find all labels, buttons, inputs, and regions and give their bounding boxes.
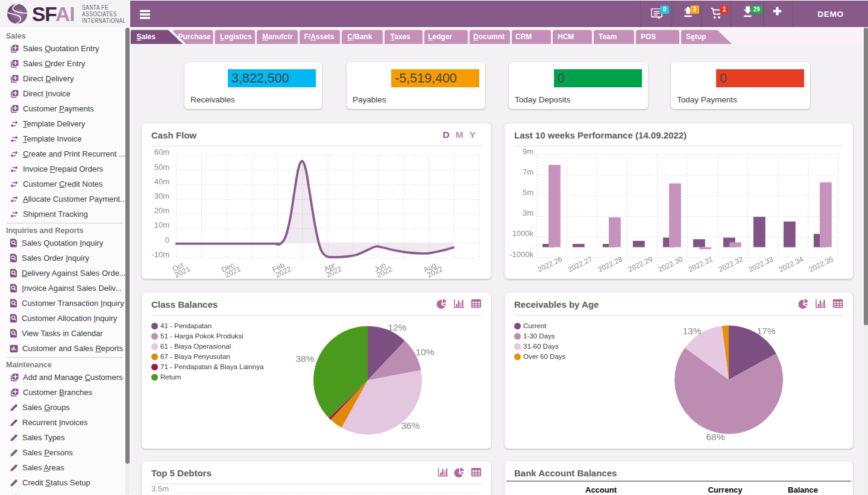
svg-text:C/Bank: C/Bank (347, 33, 373, 41)
svg-text:60m: 60m (154, 148, 169, 157)
svg-text:10m: 10m (154, 220, 169, 229)
svg-text:50m: 50m (154, 163, 169, 172)
svg-text:38%: 38% (295, 353, 314, 364)
svg-text:Documnt: Documnt (473, 33, 505, 41)
svg-text:17%: 17% (756, 326, 775, 336)
svg-text:13%: 13% (682, 326, 701, 336)
svg-text:INTERNATIONAL: INTERNATIONAL (82, 17, 126, 24)
svg-text:-1000k: -1000k (509, 250, 533, 259)
svg-text:1000k: 1000k (512, 229, 534, 238)
svg-text:7m: 7m (523, 167, 533, 176)
svg-text:POS: POS (641, 33, 656, 41)
svg-text:2022.31: 2022.31 (687, 255, 714, 274)
svg-text:20m: 20m (154, 206, 169, 215)
svg-text:10%: 10% (415, 347, 434, 357)
svg-text:Logistics: Logistics (220, 33, 252, 41)
svg-text:9m: 9m (523, 147, 533, 156)
svg-text:Sales: Sales (137, 33, 156, 41)
svg-text:30m: 30m (154, 191, 169, 201)
svg-text:36%: 36% (401, 420, 420, 431)
svg-text:HCM: HCM (558, 33, 574, 41)
svg-text:Purchase: Purchase (178, 33, 211, 41)
svg-text:CRM: CRM (515, 33, 532, 41)
svg-text:Manufctr: Manufctr (262, 33, 293, 41)
svg-text:5m: 5m (523, 188, 533, 197)
svg-text:0: 0 (165, 235, 169, 244)
svg-text:12%: 12% (388, 322, 406, 332)
svg-text:Ledger: Ledger (428, 33, 452, 41)
svg-text:2022.27: 2022.27 (567, 255, 594, 274)
svg-text:F/Assets: F/Assets (304, 33, 335, 41)
svg-text:Setup: Setup (686, 33, 706, 41)
svg-text:40m: 40m (154, 177, 169, 186)
svg-text:68%: 68% (706, 432, 725, 442)
svg-text:-10m: -10m (151, 250, 169, 259)
svg-text:3m: 3m (523, 208, 533, 217)
svg-text:SFAI: SFAI (32, 3, 74, 25)
svg-text:Taxes: Taxes (391, 33, 410, 41)
svg-text:2022.32: 2022.32 (717, 255, 744, 274)
svg-text:Team: Team (599, 33, 617, 41)
svg-text:3.5m: 3.5m (151, 484, 169, 493)
